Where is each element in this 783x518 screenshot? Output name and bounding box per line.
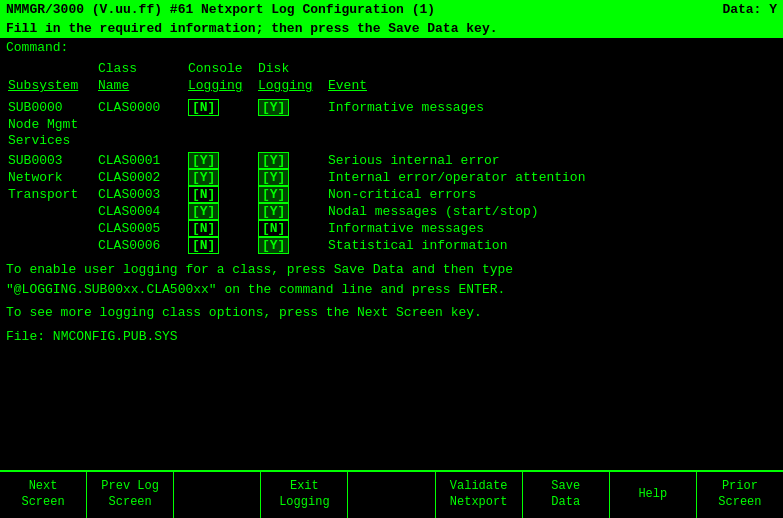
prior-screen-button[interactable]: PriorScreen: [697, 472, 783, 518]
subsystem-cell: Node Mgmt: [8, 117, 98, 132]
disk-logging-cell[interactable]: [Y]: [258, 169, 328, 186]
classname-cell: CLAS0003: [98, 187, 188, 202]
console-logging-cell[interactable]: [Y]: [188, 169, 258, 186]
subsystem-cell: Transport: [8, 187, 98, 202]
info-section: To enable user logging for a class, pres…: [6, 260, 777, 323]
file-name: NMCONFIG.PUB.SYS: [53, 329, 178, 344]
console-logging-cell[interactable]: [N]: [188, 220, 258, 237]
disk-toggle[interactable]: [Y]: [258, 203, 289, 220]
data-rows: SUB0000CLAS0000[N][Y]Informative message…: [6, 99, 777, 254]
console-logging-cell[interactable]: [N]: [188, 186, 258, 203]
col-class-label: Class: [98, 61, 188, 76]
info-line1: To enable user logging for a class, pres…: [6, 260, 777, 280]
classname-cell: CLAS0005: [98, 221, 188, 236]
next-screen-button[interactable]: NextScreen: [0, 472, 87, 518]
table-row: Node Mgmt: [6, 116, 777, 132]
event-cell: Informative messages: [328, 100, 775, 115]
disk-toggle[interactable]: [Y]: [258, 186, 289, 203]
empty-btn-2: [348, 472, 435, 518]
title-bar: NMMGR/3000 (V.uu.ff) #61 Netxport Log Co…: [0, 0, 783, 19]
disk-logging-cell[interactable]: [Y]: [258, 237, 328, 254]
col-console-logging: Logging: [188, 78, 258, 93]
col-subsystem-empty: [8, 61, 98, 76]
file-label: File:: [6, 329, 45, 344]
table-row: NetworkCLAS0002[Y][Y]Internal error/oper…: [6, 169, 777, 186]
col-subsystem: Subsystem: [8, 78, 98, 93]
event-cell: Serious internal error: [328, 153, 775, 168]
column-headers-row1: Class Console Disk: [6, 61, 777, 76]
command-label: Command:: [6, 40, 68, 55]
console-logging-cell[interactable]: [Y]: [188, 152, 258, 169]
classname-cell: CLAS0002: [98, 170, 188, 185]
subsystem-cell: Services: [8, 133, 98, 148]
col-console-label: Console: [188, 61, 258, 76]
exit-logging-button[interactable]: ExitLogging: [261, 472, 348, 518]
empty-btn-1: [174, 472, 261, 518]
disk-logging-cell[interactable]: [Y]: [258, 186, 328, 203]
subsystem-cell: SUB0000: [8, 100, 98, 115]
disk-toggle[interactable]: [Y]: [258, 99, 289, 116]
col-event: Event: [328, 78, 775, 93]
disk-toggle[interactable]: [Y]: [258, 169, 289, 186]
console-logging-cell[interactable]: [Y]: [188, 203, 258, 220]
disk-logging-cell[interactable]: [N]: [258, 220, 328, 237]
classname-cell: CLAS0004: [98, 204, 188, 219]
console-toggle[interactable]: [Y]: [188, 152, 219, 169]
command-bar: Command:: [0, 38, 783, 57]
file-line: File: NMCONFIG.PUB.SYS: [6, 329, 777, 344]
console-toggle[interactable]: [N]: [188, 237, 219, 254]
console-toggle[interactable]: [N]: [188, 186, 219, 203]
main-content: Class Console Disk Subsystem Name Loggin…: [0, 57, 783, 470]
console-toggle[interactable]: [N]: [188, 99, 219, 116]
subsystem-cell: Network: [8, 170, 98, 185]
bottom-bar: NextScreen Prev LogScreen ExitLogging Va…: [0, 470, 783, 518]
prev-log-screen-button[interactable]: Prev LogScreen: [87, 472, 174, 518]
col-disk-label: Disk: [258, 61, 328, 76]
disk-logging-cell[interactable]: [Y]: [258, 99, 328, 116]
console-logging-cell[interactable]: [N]: [188, 237, 258, 254]
instruction-text: Fill in the required information; then p…: [6, 21, 497, 36]
column-headers-row2: Subsystem Name Logging Logging Event: [6, 78, 777, 93]
disk-logging-cell[interactable]: [Y]: [258, 203, 328, 220]
console-toggle[interactable]: [Y]: [188, 169, 219, 186]
console-logging-cell[interactable]: [N]: [188, 99, 258, 116]
data-status: Data: Y: [722, 2, 777, 17]
event-cell: Informative messages: [328, 221, 775, 236]
col-event-empty: [328, 61, 775, 76]
table-row: CLAS0004[Y][Y]Nodal messages (start/stop…: [6, 203, 777, 220]
classname-cell: CLAS0006: [98, 238, 188, 253]
col-name: Name: [98, 78, 188, 93]
disk-toggle[interactable]: [Y]: [258, 152, 289, 169]
disk-logging-cell[interactable]: [Y]: [258, 152, 328, 169]
table-row: Services: [6, 132, 777, 148]
validate-netxport-button[interactable]: ValidateNetxport: [436, 472, 523, 518]
console-toggle[interactable]: [N]: [188, 220, 219, 237]
title-text: NMMGR/3000 (V.uu.ff) #61 Netxport Log Co…: [6, 2, 435, 17]
table-row: CLAS0005[N][N]Informative messages: [6, 220, 777, 237]
table-row: TransportCLAS0003[N][Y]Non-critical erro…: [6, 186, 777, 203]
table-row: SUB0000CLAS0000[N][Y]Informative message…: [6, 99, 777, 116]
event-cell: Internal error/operator attention: [328, 170, 775, 185]
disk-toggle[interactable]: [N]: [258, 220, 289, 237]
instruction-bar: Fill in the required information; then p…: [0, 19, 783, 38]
event-cell: Statistical information: [328, 238, 775, 253]
table-row: SUB0003CLAS0001[Y][Y]Serious internal er…: [6, 152, 777, 169]
subsystem-cell: SUB0003: [8, 153, 98, 168]
event-cell: Nodal messages (start/stop): [328, 204, 775, 219]
classname-cell: CLAS0000: [98, 100, 188, 115]
info-line4: To see more logging class options, press…: [6, 303, 777, 323]
console-toggle[interactable]: [Y]: [188, 203, 219, 220]
col-disk-logging: Logging: [258, 78, 328, 93]
disk-toggle[interactable]: [Y]: [258, 237, 289, 254]
help-button[interactable]: Help: [610, 472, 697, 518]
main-screen: NMMGR/3000 (V.uu.ff) #61 Netxport Log Co…: [0, 0, 783, 518]
info-line2: "@LOGGING.SUB00xx.CLA500xx" on the comma…: [6, 280, 777, 300]
event-cell: Non-critical errors: [328, 187, 775, 202]
classname-cell: CLAS0001: [98, 153, 188, 168]
table-row: CLAS0006[N][Y]Statistical information: [6, 237, 777, 254]
save-data-button[interactable]: SaveData: [523, 472, 610, 518]
